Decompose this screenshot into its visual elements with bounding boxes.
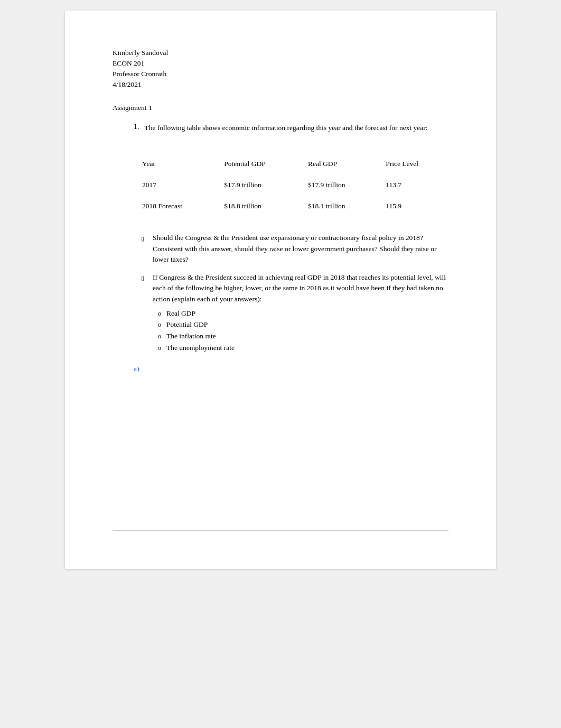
sub-item-real-gdp: o Real GDP bbox=[158, 308, 448, 319]
sub-bullet-list: o Real GDP o Potential GDP o The inflati… bbox=[158, 308, 448, 353]
sub-bullet-icon: o bbox=[158, 309, 161, 319]
table-cell: $17.9 trillion bbox=[216, 174, 300, 196]
sub-label-potential-gdp: Potential GDP bbox=[166, 319, 208, 330]
table-cell: 113.7 bbox=[377, 174, 448, 196]
table-cell: $18.1 trillion bbox=[300, 196, 377, 217]
sub-label-real-gdp: Real GDP bbox=[166, 308, 195, 319]
bullet-item-1: ▯ Should the Congress & the President us… bbox=[139, 233, 448, 265]
table-cell: 2018 Forecast bbox=[134, 196, 216, 217]
bullet-icon-2: ▯ bbox=[139, 274, 146, 283]
date: 4/18/2021 bbox=[113, 80, 448, 89]
economic-data-table: Year Potential GDP Real GDP Price Level … bbox=[134, 153, 448, 217]
question-num-label: 1. bbox=[134, 123, 139, 131]
col-potential-gdp: Potential GDP bbox=[216, 153, 300, 174]
table-cell: $18.8 trillion bbox=[216, 196, 300, 217]
col-price-level: Price Level bbox=[377, 153, 448, 174]
header-info: Kimberly Sandoval ECON 201 Professor Cro… bbox=[113, 49, 448, 89]
table-cell: 2017 bbox=[134, 174, 216, 196]
sub-bullet-icon-3: o bbox=[158, 331, 161, 342]
professor-name: Professor Cronrath bbox=[113, 70, 448, 78]
author-name: Kimberly Sandoval bbox=[113, 49, 448, 57]
bullet-text-2-container: If Congress & the President succeed in a… bbox=[153, 272, 448, 353]
sub-label-unemployment: The unemployment rate bbox=[166, 342, 235, 354]
sub-bullet-icon-2: o bbox=[158, 320, 161, 330]
question-1-block: 1. The following table shows economic in… bbox=[134, 123, 448, 373]
course-name: ECON 201 bbox=[113, 59, 448, 68]
table-header-row: Year Potential GDP Real GDP Price Level bbox=[134, 153, 448, 174]
page-divider bbox=[113, 530, 448, 531]
document-page: Kimberly Sandoval ECON 201 Professor Cro… bbox=[65, 11, 496, 569]
assignment-title: Assignment 1 bbox=[113, 104, 448, 112]
question-intro-text: The following table shows economic infor… bbox=[145, 123, 428, 133]
sub-item-inflation: o The inflation rate bbox=[158, 330, 448, 342]
col-real-gdp: Real GDP bbox=[300, 153, 377, 174]
bullet-list: ▯ Should the Congress & the President us… bbox=[139, 233, 448, 353]
table-row: 2017$17.9 trillion$17.9 trillion113.7 bbox=[134, 174, 448, 196]
sub-label-inflation: The inflation rate bbox=[166, 330, 216, 342]
bullet-icon-1: ▯ bbox=[139, 234, 146, 243]
sub-item-unemployment: o The unemployment rate bbox=[158, 342, 448, 354]
table-cell: 115.9 bbox=[377, 196, 448, 217]
sub-bullet-icon-4: o bbox=[158, 343, 161, 353]
bullet-item-2: ▯ If Congress & the President succeed in… bbox=[139, 272, 448, 353]
bullet-text-2: If Congress & the President succeed in a… bbox=[153, 273, 446, 303]
sub-item-potential-gdp: o Potential GDP bbox=[158, 319, 448, 330]
bullet-text-1: Should the Congress & the President use … bbox=[153, 233, 448, 265]
table-cell: $17.9 trillion bbox=[300, 174, 377, 196]
table-row: 2018 Forecast$18.8 trillion$18.1 trillio… bbox=[134, 196, 448, 217]
col-year: Year bbox=[134, 153, 216, 174]
answer-label-a: a) bbox=[134, 365, 448, 373]
question-number: 1. The following table shows economic in… bbox=[134, 123, 448, 148]
